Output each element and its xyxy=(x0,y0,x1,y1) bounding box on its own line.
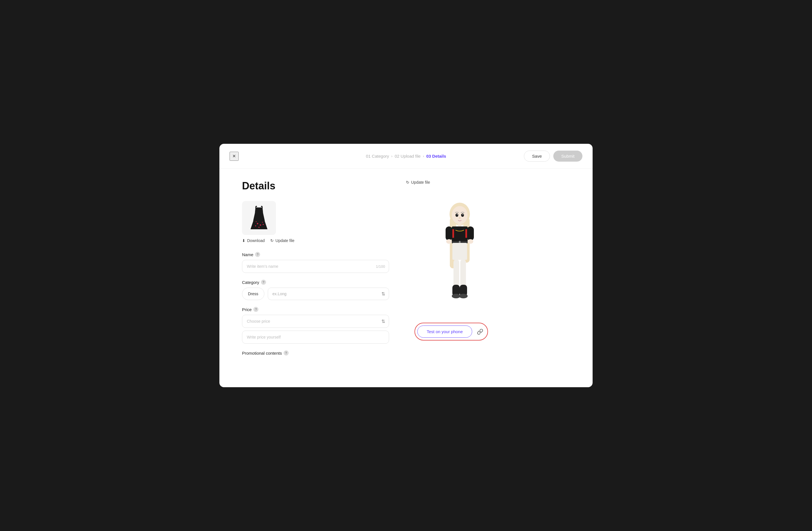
category-form-group: Category ? Dress ex.Long ⇅ xyxy=(242,280,389,300)
test-phone-button[interactable]: Test on your phone xyxy=(417,325,472,338)
promotional-label: Promotional contents ? xyxy=(242,350,389,355)
svg-point-22 xyxy=(446,239,452,244)
category-row: Dress ex.Long ⇅ xyxy=(242,288,389,300)
svg-point-6 xyxy=(262,222,263,223)
header-actions: Save Submit xyxy=(524,151,582,162)
svg-point-3 xyxy=(263,224,264,225)
write-price-input[interactable] xyxy=(242,331,389,344)
refresh-icon: ↻ xyxy=(270,238,274,243)
choose-price-wrapper: Choose price ⇅ xyxy=(242,315,389,328)
avatar-area xyxy=(423,189,496,319)
svg-rect-27 xyxy=(453,259,459,288)
svg-point-11 xyxy=(455,213,458,217)
promotional-label-text: Promotional contents xyxy=(242,351,282,355)
breadcrumb-chevron1: › xyxy=(391,154,392,158)
breadcrumb-step2: 02 Upload file xyxy=(395,154,421,158)
char-count: 1/100 xyxy=(376,264,385,269)
download-icon: ⬇ xyxy=(242,238,245,243)
name-input[interactable] xyxy=(242,260,389,273)
svg-rect-28 xyxy=(460,259,466,288)
svg-point-23 xyxy=(468,239,473,244)
promotional-help-icon[interactable]: ? xyxy=(284,350,289,355)
update-file-top-label: Update file xyxy=(411,180,430,184)
save-button[interactable]: Save xyxy=(524,151,550,162)
refresh-top-icon: ↻ xyxy=(406,180,409,184)
price-help-icon[interactable]: ? xyxy=(253,307,258,312)
svg-point-32 xyxy=(459,294,468,298)
close-button[interactable]: × xyxy=(230,152,238,161)
update-file-top[interactable]: ↻ Update file xyxy=(406,180,430,184)
category-label: Category ? xyxy=(242,280,389,285)
page-title: Details xyxy=(242,180,389,192)
price-form-group: Price ? Choose price ⇅ xyxy=(242,307,389,344)
svg-point-1 xyxy=(260,224,261,226)
breadcrumb-step1: 01 Category xyxy=(366,154,389,158)
download-button[interactable]: ⬇ Download xyxy=(242,238,265,243)
breadcrumb-step3: 03 Details xyxy=(426,154,446,158)
update-file-label: Update file xyxy=(275,238,294,243)
name-label: Name ? xyxy=(242,252,389,257)
link-icon[interactable] xyxy=(475,327,485,337)
price-label-text: Price xyxy=(242,307,252,312)
svg-point-5 xyxy=(256,221,257,222)
avatar xyxy=(429,195,491,319)
update-file-button[interactable]: ↻ Update file xyxy=(270,238,294,243)
choose-price-select[interactable]: Choose price xyxy=(242,315,389,328)
app-window: × 01 Category › 02 Upload file › 03 Deta… xyxy=(219,144,593,387)
svg-point-2 xyxy=(255,225,256,226)
svg-point-12 xyxy=(461,213,464,217)
right-panel: ↻ Update file xyxy=(406,180,496,376)
category-label-text: Category xyxy=(242,280,259,285)
name-label-text: Name xyxy=(242,252,253,257)
svg-rect-26 xyxy=(452,243,467,260)
promotional-form-group: Promotional contents ? xyxy=(242,350,389,355)
header: × 01 Category › 02 Upload file › 03 Deta… xyxy=(219,144,593,169)
test-phone-area: Test on your phone xyxy=(415,323,488,340)
svg-point-31 xyxy=(452,294,460,298)
download-label: Download xyxy=(247,238,265,243)
price-label: Price ? xyxy=(242,307,389,312)
svg-point-13 xyxy=(457,214,458,215)
item-preview xyxy=(242,201,276,235)
category-sub-select-wrapper: ex.Long ⇅ xyxy=(268,288,389,300)
svg-rect-20 xyxy=(446,226,452,241)
name-input-wrapper: 1/100 xyxy=(242,260,389,273)
svg-point-10 xyxy=(452,206,468,224)
svg-rect-17 xyxy=(452,226,468,242)
dress-icon xyxy=(248,205,270,231)
submit-button[interactable]: Submit xyxy=(553,151,582,162)
item-actions: ⬇ Download ↻ Update file xyxy=(242,238,389,243)
svg-point-14 xyxy=(463,214,463,215)
breadcrumb-chevron2: › xyxy=(423,154,424,158)
category-help-icon[interactable]: ? xyxy=(261,280,266,285)
breadcrumb: 01 Category › 02 Upload file › 03 Detail… xyxy=(366,154,446,158)
name-form-group: Name ? 1/100 xyxy=(242,252,389,273)
svg-rect-21 xyxy=(467,226,474,241)
category-sub-select[interactable]: ex.Long xyxy=(268,288,389,300)
svg-point-4 xyxy=(258,227,260,228)
svg-point-0 xyxy=(257,223,258,224)
left-panel: Details xyxy=(242,180,389,376)
main-content: Details xyxy=(219,169,593,387)
category-dress-pill[interactable]: Dress xyxy=(242,288,264,300)
svg-point-15 xyxy=(459,218,461,219)
name-help-icon[interactable]: ? xyxy=(255,252,260,257)
